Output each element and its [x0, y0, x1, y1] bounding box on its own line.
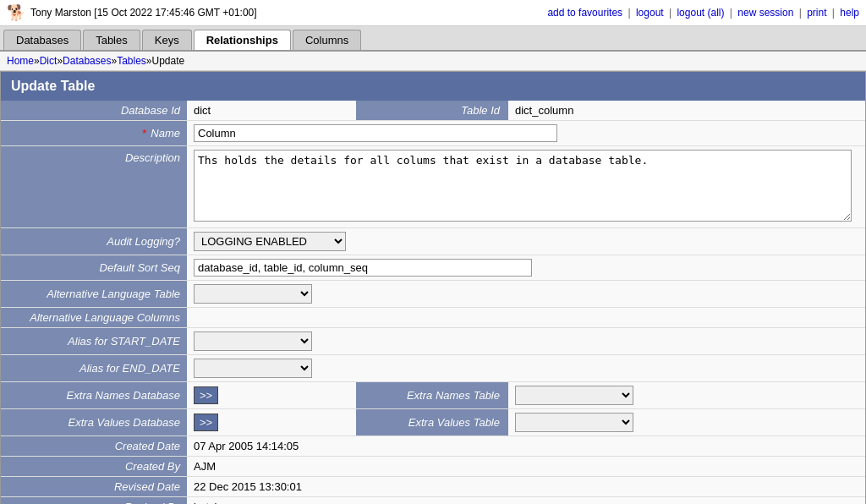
default-sort-seq-input[interactable]: [194, 259, 532, 277]
database-id-value: dict: [187, 101, 356, 121]
alt-lang-table-cell: [187, 281, 865, 308]
default-sort-seq-row: Default Sort Seq: [1, 255, 865, 281]
audit-logging-select[interactable]: LOGGING ENABLED: [194, 232, 346, 251]
created-by-row: Created By AJM: [1, 457, 865, 477]
extra-names-table-label: Extra Names Table: [356, 382, 508, 409]
revised-by-label: Revised By: [1, 497, 187, 505]
extra-names-row: Extra Names Database >> Extra Names Tabl…: [1, 382, 865, 409]
description-cell: Ths holds the details for all colums tha…: [187, 146, 865, 228]
breadcrumb-databases[interactable]: Databases: [63, 55, 111, 67]
tab-keys[interactable]: Keys: [142, 30, 192, 50]
alias-end-date-label: Alias for END_DATE: [1, 355, 187, 382]
extra-values-table-cell: [508, 409, 865, 436]
tab-relationships[interactable]: Relationships: [194, 30, 291, 50]
name-input[interactable]: [194, 124, 557, 142]
audit-logging-row: Audit Logging? LOGGING ENABLED: [1, 228, 865, 255]
extra-values-db-cell: >>: [187, 409, 356, 436]
breadcrumb-tables[interactable]: Tables: [117, 55, 146, 67]
breadcrumb-current: Update: [152, 55, 185, 67]
name-label: * Name: [1, 121, 187, 146]
alt-lang-table-select[interactable]: [194, 284, 312, 304]
top-bar-right: add to favourites | logout | logout (all…: [547, 7, 859, 19]
logout-all-link[interactable]: logout (all): [677, 7, 724, 19]
extra-names-db-label: Extra Names Database: [1, 382, 187, 409]
extra-names-db-btn[interactable]: >>: [194, 386, 218, 404]
alias-end-date-cell: [187, 355, 865, 382]
name-row: * Name: [1, 121, 865, 146]
table-id-value: dict_column: [508, 101, 865, 121]
alt-lang-columns-cell: [187, 308, 865, 328]
breadcrumb-home[interactable]: Home: [7, 55, 34, 67]
extra-names-table-cell: [508, 382, 865, 409]
created-by-value: AJM: [187, 457, 865, 477]
database-id-label: Database Id: [1, 101, 187, 121]
extra-names-db-cell: >>: [187, 382, 356, 409]
default-sort-seq-cell: [187, 255, 865, 281]
revised-by-row: Revised By batch: [1, 497, 865, 505]
alt-lang-columns-row: Alternative Language Columns: [1, 308, 865, 328]
alias-start-date-select[interactable]: [194, 331, 312, 351]
user-info: Tony Marston [15 Oct 2022 17:45:46 GMT +…: [30, 7, 257, 19]
tab-tables[interactable]: Tables: [83, 30, 140, 50]
created-by-label: Created By: [1, 457, 187, 477]
help-link[interactable]: help: [840, 7, 859, 19]
alias-start-date-row: Alias for START_DATE: [1, 328, 865, 355]
alias-start-date-cell: [187, 328, 865, 355]
created-date-value: 07 Apr 2005 14:14:05: [187, 436, 865, 457]
main-content: Update Table Database Id dict Table Id d…: [0, 71, 866, 504]
new-session-link[interactable]: new session: [737, 7, 793, 19]
default-sort-seq-label: Default Sort Seq: [1, 255, 187, 281]
logout-link[interactable]: logout: [636, 7, 664, 19]
database-id-text: dict: [194, 104, 211, 117]
tabs: Databases Tables Keys Relationships Colu…: [0, 26, 866, 52]
alias-end-date-row: Alias for END_DATE: [1, 355, 865, 382]
breadcrumb: Home»Dict»Databases»Tables»Update: [0, 52, 866, 71]
alias-end-date-select[interactable]: [194, 359, 312, 378]
app-icon: 🐕: [7, 3, 25, 22]
description-textarea[interactable]: Ths holds the details for all colums tha…: [194, 150, 852, 222]
table-id-label: Table Id: [356, 101, 508, 121]
created-date-label: Created Date: [1, 436, 187, 457]
description-label: Description: [1, 146, 187, 228]
description-row: Description Ths holds the details for al…: [1, 146, 865, 228]
extra-names-table-select[interactable]: [515, 386, 633, 405]
extra-values-db-btn[interactable]: >>: [194, 414, 218, 431]
created-by-text: AJM: [194, 460, 216, 473]
extra-values-table-label: Extra Values Table: [356, 409, 508, 436]
revised-date-value: 22 Dec 2015 13:30:01: [187, 477, 865, 497]
required-star: *: [142, 127, 146, 140]
revised-date-label: Revised Date: [1, 477, 187, 497]
database-id-row: Database Id dict Table Id dict_column: [1, 101, 865, 121]
created-date-text: 07 Apr 2005 14:14:05: [194, 440, 299, 452]
alias-start-date-label: Alias for START_DATE: [1, 328, 187, 355]
created-date-row: Created Date 07 Apr 2005 14:14:05: [1, 436, 865, 457]
revised-date-row: Revised Date 22 Dec 2015 13:30:01: [1, 477, 865, 497]
alt-lang-columns-label: Alternative Language Columns: [1, 308, 187, 328]
table-id-text: dict_column: [515, 104, 573, 117]
print-link[interactable]: print: [807, 7, 826, 19]
extra-values-db-label: Extra Values Database: [1, 409, 187, 436]
audit-logging-label: Audit Logging?: [1, 228, 187, 255]
revised-date-text: 22 Dec 2015 13:30:01: [194, 480, 302, 493]
audit-logging-cell: LOGGING ENABLED: [187, 228, 865, 255]
form-table: Database Id dict Table Id dict_column * …: [1, 101, 865, 504]
add-to-favourites-link[interactable]: add to favourites: [547, 7, 622, 19]
top-bar-left: 🐕 Tony Marston [15 Oct 2022 17:45:46 GMT…: [7, 3, 257, 22]
revised-by-value: batch: [187, 497, 865, 505]
page-title: Update Table: [1, 72, 865, 101]
tab-columns[interactable]: Columns: [293, 30, 361, 50]
extra-values-table-select[interactable]: [515, 413, 633, 432]
alt-lang-table-label: Alternative Language Table: [1, 281, 187, 308]
name-value-cell: [187, 121, 865, 146]
alt-lang-table-row: Alternative Language Table: [1, 281, 865, 308]
extra-values-row: Extra Values Database >> Extra Values Ta…: [1, 409, 865, 436]
tab-databases[interactable]: Databases: [3, 30, 81, 50]
breadcrumb-dict[interactable]: Dict: [40, 55, 58, 67]
revised-by-text: batch: [194, 501, 221, 504]
top-bar: 🐕 Tony Marston [15 Oct 2022 17:45:46 GMT…: [0, 0, 866, 26]
